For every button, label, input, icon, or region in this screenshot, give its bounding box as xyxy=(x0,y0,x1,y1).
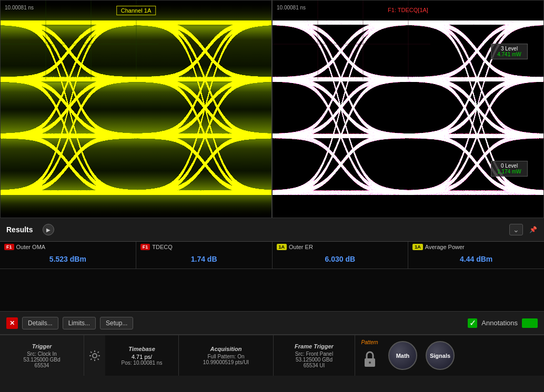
level-high-annotation: 3 Level 4.741 mW xyxy=(491,44,528,59)
timebase-pos: Pos: 10.00081 ns xyxy=(112,360,172,366)
badge-1a-3: 1A xyxy=(412,244,423,250)
metric-header-3: 1A Average Power xyxy=(412,244,540,250)
badge-1a-2: 1A xyxy=(277,244,287,250)
f1-label: F1: TDECQ[1A] xyxy=(384,6,432,14)
svg-point-20 xyxy=(369,362,371,364)
timebase-ps: 4.71 ps/ xyxy=(112,354,172,360)
frame-trigger-src: Src: Front Panel xyxy=(280,351,348,357)
right-timestamp: 10.00081 ns xyxy=(277,5,306,11)
metric-header-2: 1A Outer ER xyxy=(277,244,404,250)
metric-name-1: TDECQ xyxy=(152,244,173,250)
trigger-title: Trigger xyxy=(6,343,77,349)
lock-svg xyxy=(362,350,377,369)
frame-trigger-value: 65534 UI xyxy=(280,363,348,368)
green-indicator xyxy=(522,318,538,328)
metric-value-1: 1.74 dB xyxy=(140,251,268,266)
signals-button-container[interactable]: Signals xyxy=(421,335,459,376)
badge-f1-0: F1 xyxy=(4,244,14,250)
left-channel-display: 10.00081 ns Channel 1A xyxy=(0,0,272,218)
expand-button[interactable]: ⌄ xyxy=(509,224,523,235)
level-high-name: 3 Level xyxy=(495,46,524,51)
acquisition-pts: 10.99000519 pts/UI xyxy=(185,359,267,365)
timebase-title: Timebase xyxy=(112,346,172,352)
setup-button[interactable]: Setup... xyxy=(100,317,133,329)
pos-value: 10.00081 ns xyxy=(133,360,162,366)
math-button-container[interactable]: Math xyxy=(384,335,421,376)
annotations-checkbox[interactable]: ✓ xyxy=(468,318,477,328)
limits-button[interactable]: Limits... xyxy=(63,317,96,329)
pin-button[interactable]: 📌 xyxy=(528,224,538,235)
bottom-toolbar: ✕ Details... Limits... Setup... ✓ Annota… xyxy=(0,311,544,334)
metrics-row: F1 Outer OMA 5.523 dBm F1 TDECQ 1.74 dB … xyxy=(0,242,544,269)
timebase-section: Timebase 4.71 ps/ Pos: 10.00081 ns xyxy=(105,335,179,376)
frame-trigger-section: Frame Trigger Src: Front Panel 53.125000… xyxy=(274,335,355,376)
gear-icon xyxy=(88,349,101,362)
metric-outer-oma: F1 Outer OMA 5.523 dBm xyxy=(0,242,136,269)
signals-button[interactable]: Signals xyxy=(426,341,455,370)
right-channel-display: 10.00081 ns F1: TDECQ[1A] 3 Level 4.741 … xyxy=(272,0,544,218)
level-low-annotation: 0 Level 1.174 mW xyxy=(491,161,528,177)
metric-value-2: 6.030 dB xyxy=(277,251,404,266)
close-button[interactable]: ✕ xyxy=(6,317,18,329)
metric-header-1: F1 TDECQ xyxy=(140,244,268,250)
metric-value-0: 5.523 dBm xyxy=(4,251,132,266)
channel-label: Channel 1A xyxy=(116,6,156,15)
trigger-section: Trigger Src: Clock In 53.125000 GBd 6553… xyxy=(0,335,84,376)
pink-eye-diagram xyxy=(273,1,544,218)
level-low-value: 1.174 mW xyxy=(495,169,524,174)
annotations-label: Annotations xyxy=(481,319,518,327)
metric-name-2: Outer ER xyxy=(289,244,313,250)
play-button[interactable]: ▶ xyxy=(43,224,54,235)
trigger-src: Src: Clock In xyxy=(6,351,77,357)
trigger-value: 65534 xyxy=(6,363,77,368)
badge-f1-1: F1 xyxy=(140,244,150,250)
svg-point-18 xyxy=(93,354,97,358)
status-bar: Trigger Src: Clock In 53.125000 GBd 6553… xyxy=(0,334,544,376)
metric-name-0: Outer OMA xyxy=(16,244,46,250)
lock-icon xyxy=(360,347,379,372)
level-low-name: 0 Level xyxy=(495,163,524,169)
metric-outer-er: 1A Outer ER 6.030 dB xyxy=(273,242,409,269)
yellow-eye-diagram xyxy=(1,1,272,218)
results-panel: Results ▶ ⌄ 📌 xyxy=(0,218,544,242)
annotations-area: ✓ Annotations xyxy=(468,318,538,328)
math-button[interactable]: Math xyxy=(388,341,417,370)
acquisition-title: Acquisition xyxy=(185,346,267,352)
metric-header-0: F1 Outer OMA xyxy=(4,244,132,250)
empty-area xyxy=(0,269,544,311)
acquisition-section: Acquisition Full Pattern: On 10.99000519… xyxy=(179,335,274,376)
level-high-value: 4.741 mW xyxy=(495,51,524,57)
pos-label: Pos: xyxy=(122,360,132,366)
trigger-freq: 53.125000 GBd xyxy=(6,357,77,363)
pattern-label: Pattern xyxy=(361,339,378,345)
acquisition-full-pattern: Full Pattern: On xyxy=(185,354,267,359)
lock-section: Pattern xyxy=(355,335,384,376)
metric-tdecq: F1 TDECQ 1.74 dB xyxy=(136,242,273,269)
details-button[interactable]: Details... xyxy=(22,317,58,329)
display-area: 10.00081 ns Channel 1A 10.00081 ns F1: T… xyxy=(0,0,544,218)
metric-average-power: 1A Average Power 4.44 dBm xyxy=(408,242,544,269)
trigger-gear-section[interactable] xyxy=(84,335,105,376)
frame-trigger-freq: 53.125000 GBd xyxy=(280,357,348,363)
left-timestamp: 10.00081 ns xyxy=(5,5,34,11)
metric-name-3: Average Power xyxy=(425,244,465,250)
metric-value-3: 4.44 dBm xyxy=(412,251,540,266)
frame-trigger-title: Frame Trigger xyxy=(280,343,348,349)
results-title: Results xyxy=(6,225,33,234)
